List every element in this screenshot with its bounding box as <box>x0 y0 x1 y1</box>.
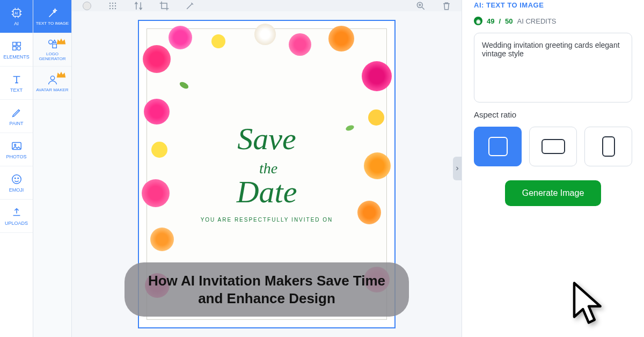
sidebar-tool-uploads[interactable]: UPLOADS <box>0 200 33 233</box>
svg-point-20 <box>115 5 116 6</box>
sidebar-tool-text[interactable]: TEXT <box>0 67 33 100</box>
sidebar-sub-logo-generator[interactable]: LOGO GENERATOR <box>33 33 71 67</box>
smile-icon <box>11 173 23 185</box>
color-picker-icon[interactable] <box>82 1 92 11</box>
sidebar-label: PAINT <box>10 121 24 126</box>
svg-point-11 <box>48 40 52 44</box>
crop-icon[interactable] <box>159 1 170 11</box>
wand-icon[interactable] <box>185 1 195 11</box>
sidebar-sub-text-to-image[interactable]: TEXT TO IMAGE <box>33 0 71 33</box>
image-icon <box>11 140 23 152</box>
svg-rect-4 <box>12 46 16 49</box>
canvas-area: Save the Date YOU ARE RESPECTFULLY INVIT… <box>72 0 462 337</box>
flip-icon[interactable] <box>133 1 144 11</box>
svg-point-15 <box>109 2 111 4</box>
svg-point-10 <box>18 178 18 178</box>
svg-point-21 <box>109 8 111 9</box>
sidebar-label: LOGO GENERATOR <box>35 52 69 61</box>
svg-rect-2 <box>12 42 16 45</box>
svg-point-18 <box>109 5 111 6</box>
credits-row: ◉ 49 / 50 AI CREDITS <box>474 17 632 25</box>
aspect-ratio-landscape[interactable] <box>529 127 577 166</box>
generate-image-button[interactable]: Generate Image <box>505 180 602 206</box>
sidebar-sub: TEXT TO IMAGE LOGO GENERATOR AVATAR MAKE… <box>33 0 72 337</box>
credits-label: AI CREDITS <box>517 17 557 25</box>
svg-point-19 <box>112 5 114 6</box>
svg-point-5 <box>17 46 20 49</box>
landscape-icon <box>541 139 565 154</box>
crown-icon <box>55 35 67 47</box>
svg-point-8 <box>12 174 21 184</box>
crown-icon <box>55 69 67 80</box>
sidebar-tool-photos[interactable]: PHOTOS <box>0 133 33 166</box>
card-line1: Save <box>237 126 297 152</box>
ai-text-to-image-panel: AI: TEXT TO IMAGE ◉ 49 / 50 AI CREDITS A… <box>462 0 644 337</box>
svg-point-23 <box>115 8 116 9</box>
svg-point-7 <box>14 144 16 145</box>
sidebar-tool-elements[interactable]: ELEMENTS <box>0 33 33 67</box>
sidebar-label: AVATAR MAKER <box>36 87 68 92</box>
square-icon <box>488 137 508 156</box>
credits-icon: ◉ <box>474 17 482 25</box>
sidebar-label: TEXT TO IMAGE <box>36 21 69 26</box>
pencil-icon <box>11 107 23 119</box>
svg-text:AI: AI <box>14 11 18 14</box>
ai-chip-icon: AI <box>11 7 23 19</box>
design-canvas[interactable]: Save the Date YOU ARE RESPECTFULLY INVIT… <box>72 11 462 337</box>
card-the: the <box>259 162 277 175</box>
text-icon <box>11 74 23 85</box>
credits-total: 50 <box>505 17 513 25</box>
sidebar-label: ELEMENTS <box>3 54 30 60</box>
zoom-icon[interactable] <box>415 1 426 11</box>
sidebar-label: TEXT <box>10 87 23 93</box>
sidebar-tool-paint[interactable]: PAINT <box>0 100 33 133</box>
svg-point-17 <box>115 2 116 4</box>
trash-icon[interactable] <box>441 1 452 11</box>
aspect-ratio-portrait[interactable] <box>584 127 632 166</box>
svg-point-14 <box>83 2 91 10</box>
card-line2: Date <box>237 179 297 205</box>
card-subline: YOU ARE RESPECTFULLY INVITED ON <box>201 217 333 223</box>
sidebar-tool-emoji[interactable]: EMOJI <box>0 166 33 200</box>
prompt-input[interactable] <box>474 33 632 102</box>
sparkle-wand-icon <box>47 8 58 19</box>
sidebar-label: EMOJI <box>9 187 24 193</box>
elements-icon <box>11 40 23 52</box>
aspect-ratio-label: Aspect ratio <box>474 110 632 119</box>
svg-point-22 <box>112 8 114 9</box>
credits-sep: / <box>499 17 501 25</box>
canvas-top-toolbar <box>72 0 462 11</box>
card-headline: Save the Date <box>237 126 297 205</box>
chevron-right-icon <box>454 165 460 172</box>
svg-point-13 <box>50 76 54 79</box>
portrait-icon <box>602 136 615 157</box>
svg-point-16 <box>112 2 114 4</box>
sidebar-tool-ai[interactable]: AI AI <box>0 0 33 33</box>
svg-point-9 <box>14 178 15 178</box>
panel-title: AI: TEXT TO IMAGE <box>474 1 632 9</box>
overlay-caption: How AI Invitation Makers Save Time and E… <box>125 262 409 317</box>
aspect-ratio-options <box>474 127 632 166</box>
sidebar-label: AI <box>14 21 19 26</box>
panel-collapse-handle[interactable] <box>453 157 462 180</box>
aspect-ratio-square[interactable] <box>474 127 522 166</box>
sidebar-label: PHOTOS <box>6 154 27 159</box>
upload-icon <box>11 207 23 218</box>
sidebar-main: AI AI ELEMENTS TEXT PAINT PHOTOS EMOJI U… <box>0 0 33 337</box>
sidebar-sub-avatar-maker[interactable]: AVATAR MAKER <box>33 67 71 100</box>
grid-icon[interactable] <box>107 1 118 11</box>
svg-rect-3 <box>17 42 20 45</box>
sidebar-label: UPLOADS <box>5 221 28 226</box>
credits-used: 49 <box>487 17 494 25</box>
